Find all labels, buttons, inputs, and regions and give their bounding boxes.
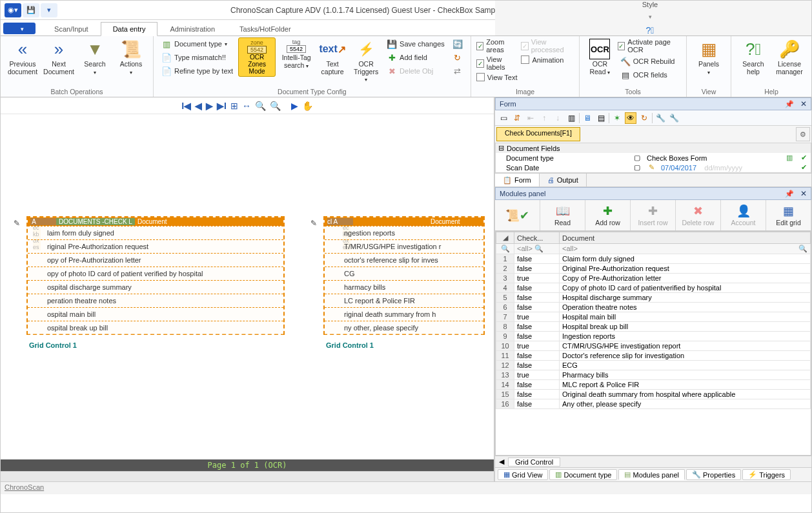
refine-type-button[interactable]: 📄Refine type by text: [159, 65, 236, 77]
cell-check[interactable]: false: [514, 361, 560, 370]
cell-document[interactable]: ECG: [560, 361, 811, 370]
filter-icon[interactable]: 🔍: [501, 245, 510, 252]
cell-document[interactable]: CT/MR/USG/HPE investigation report: [560, 341, 811, 351]
close-icon[interactable]: ✕: [800, 99, 807, 108]
footer-tab-properties[interactable]: 🔧Properties: [686, 469, 741, 480]
tb-3[interactable]: ⇤: [525, 112, 536, 124]
help-icon[interactable]: ?⃝: [646, 25, 655, 35]
row-number[interactable]: 4: [496, 283, 514, 293]
cell-document[interactable]: MLC report & Police FIR: [560, 380, 811, 390]
table-row[interactable]: 12falseECG: [496, 361, 811, 370]
tb-eye[interactable]: 👁: [625, 112, 636, 124]
next-document-button[interactable]: » Next Document: [42, 37, 76, 77]
table-row[interactable]: 5falseHospital discharge summary: [496, 293, 811, 303]
tb-4[interactable]: ↑: [538, 112, 550, 124]
row-number[interactable]: 15: [496, 390, 514, 399]
tb-6[interactable]: ▥: [565, 112, 577, 124]
footer-tab-modules-panel[interactable]: ▤Modules panel: [618, 469, 685, 480]
qat-main-button[interactable]: ◉▾: [5, 3, 21, 17]
grid-control-tab[interactable]: Grid Control: [508, 458, 560, 467]
view-processed-checkbox[interactable]: ✓View processed: [521, 37, 574, 54]
horizontal-scrollbar[interactable]: [1, 471, 494, 481]
cell-document[interactable]: Hospital break up bill: [560, 322, 811, 332]
pin-icon[interactable]: 📌: [785, 100, 794, 108]
grid-zone-row[interactable]: ospital main bill: [28, 307, 283, 321]
cell-document[interactable]: Copy of Pre-Authorization letter: [560, 274, 811, 283]
status-bar[interactable]: ChronoScan: [1, 481, 811, 494]
grid-zone-row[interactable]: peration theatre notes: [28, 294, 283, 307]
cell-document[interactable]: Copy of photo ID card of patientverified…: [560, 283, 811, 293]
style-label[interactable]: Style: [642, 1, 658, 8]
row-number[interactable]: 9: [496, 332, 514, 341]
cell-check[interactable]: false: [514, 399, 560, 409]
cell-document[interactable]: Original death summary from hospital whe…: [560, 390, 811, 399]
cell-document[interactable]: Original Pre-Authorization request: [560, 264, 811, 274]
table-row[interactable]: 2falseOriginal Pre-Authorization request: [496, 264, 811, 274]
add-row-button[interactable]: ✚Add row: [585, 200, 631, 230]
tab-tasks-hotfolder[interactable]: Tasks/HotFolder: [227, 22, 303, 35]
cell-check[interactable]: false: [514, 264, 560, 274]
column-check-header[interactable]: Check...: [514, 232, 560, 244]
footer-tab-document-type[interactable]: ▥Document type: [549, 469, 617, 480]
cell-document[interactable]: Doctor's reference slip for investigatio…: [560, 351, 811, 361]
row-number[interactable]: 12: [496, 361, 514, 370]
cell-check[interactable]: false: [514, 380, 560, 390]
grid-zone-row[interactable]: laim form duly signed: [28, 226, 283, 239]
delete-row-button[interactable]: ✖Delete row: [676, 200, 721, 230]
table-row[interactable]: 8falseHospital break up bill: [496, 322, 811, 332]
table-row[interactable]: 9falseIngestion reports: [496, 332, 811, 341]
grid-zone-left[interactable]: ADOCUMENTS -CHECK LDocument laim form du…: [26, 216, 285, 335]
table-row[interactable]: 16falseAny other, please specify: [496, 399, 811, 409]
account-button[interactable]: 👤Account: [721, 200, 766, 230]
table-row[interactable]: 10trueCT/MR/USG/HPE investigation report: [496, 341, 811, 351]
file-menu-button[interactable]: [3, 23, 36, 34]
row-number[interactable]: 5: [496, 293, 514, 303]
edit-icon[interactable]: ✎: [647, 163, 656, 172]
grid-zone-row[interactable]: ngestion reports: [325, 226, 483, 239]
cell-document[interactable]: Hospital main bill: [560, 312, 811, 322]
cell-document[interactable]: Pharmacy bills: [560, 370, 811, 380]
cell-check[interactable]: false: [514, 322, 560, 332]
prev-page-icon[interactable]: ◀: [195, 101, 202, 111]
table-row[interactable]: 14falseMLC report & Police FIR: [496, 380, 811, 390]
table-row[interactable]: 6falseOperation theatre notes: [496, 303, 811, 312]
fit-width-icon[interactable]: ↔: [242, 101, 251, 111]
tb-11[interactable]: 🔧: [655, 112, 666, 124]
add-field-button[interactable]: ✚Add field: [384, 51, 447, 64]
row-number[interactable]: 6: [496, 303, 514, 312]
zoom-areas-checkbox[interactable]: ✓Zoom areas: [476, 37, 519, 54]
pin-icon[interactable]: 📌: [785, 190, 794, 198]
view-text-checkbox[interactable]: View Text: [476, 72, 519, 82]
grid-zone-right[interactable]: cl ADocument ngestion reportsT/MR/USG/HP…: [323, 216, 485, 335]
cell-check[interactable]: false: [514, 283, 560, 293]
row-number[interactable]: 14: [496, 380, 514, 390]
fit-page-icon[interactable]: ⊞: [230, 101, 238, 111]
cell-document[interactable]: Claim form duly signed: [560, 254, 811, 264]
next-page-icon[interactable]: ▶: [206, 101, 213, 111]
text-capture-button[interactable]: text↗ Text capture: [317, 37, 348, 77]
footer-tab-triggers[interactable]: ⚡Triggers: [742, 469, 791, 480]
grid-zone-row[interactable]: CG: [325, 267, 483, 280]
tab-data-entry[interactable]: Data entry: [101, 22, 158, 36]
cell-check[interactable]: false: [514, 293, 560, 303]
tab-administration[interactable]: Administration: [157, 22, 227, 35]
tb-7[interactable]: 🖥: [582, 112, 593, 124]
edit-grid-button[interactable]: ▦Edit grid: [766, 200, 811, 230]
cell-check[interactable]: false: [514, 390, 560, 399]
tab-form[interactable]: 📋Form: [495, 174, 540, 186]
insert-row-button[interactable]: ✚Insert row: [631, 200, 676, 230]
grid-zone-row[interactable]: T/MR/USG/HPE investigation r: [325, 239, 483, 253]
qat-save-button[interactable]: 💾: [23, 3, 39, 17]
grid-zone-row[interactable]: ospital discharge summary: [28, 280, 283, 294]
grid-zone-row[interactable]: opy of Pre-Authorization letter: [28, 253, 283, 267]
row-number[interactable]: 1: [496, 254, 514, 264]
search-help-button[interactable]: ?⃝ Search help: [736, 37, 770, 77]
tb-5[interactable]: ↓: [552, 112, 563, 124]
cell-check[interactable]: true: [514, 312, 560, 322]
ribbon-extra-3[interactable]: ⇄: [450, 65, 465, 77]
ribbon-extra-2[interactable]: ↻: [450, 51, 465, 64]
row-number[interactable]: 2: [496, 264, 514, 274]
table-row[interactable]: 3trueCopy of Pre-Authorization letter: [496, 274, 811, 283]
ocr-triggers-button[interactable]: ⚡ OCR Triggers ▾: [350, 37, 381, 85]
grid-zone-row[interactable]: ospital break up bill: [28, 321, 283, 334]
